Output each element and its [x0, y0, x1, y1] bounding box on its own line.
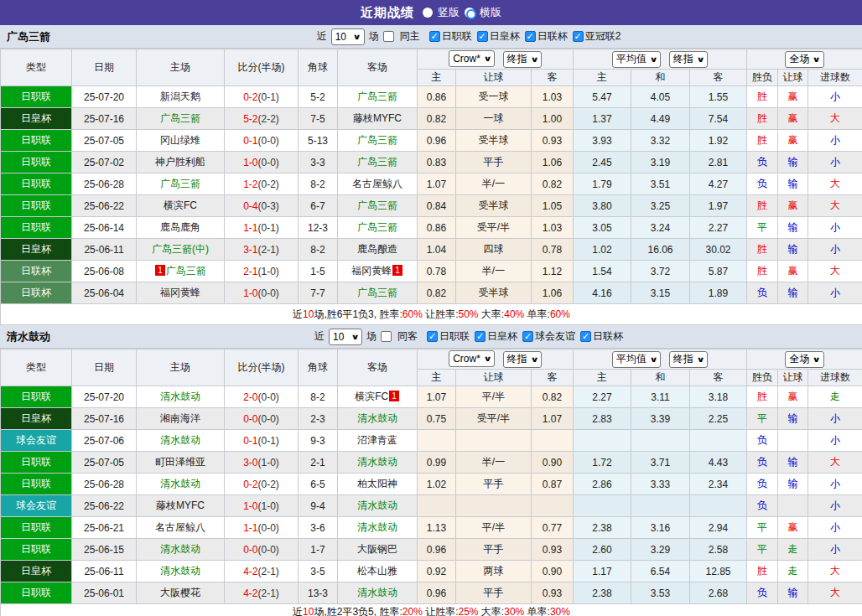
match-type-badge: 日职联	[1, 130, 72, 152]
league-checkbox[interactable]: ✓	[522, 331, 533, 342]
home-team[interactable]: 藤枝MYFC	[156, 500, 205, 511]
chevron-down-icon: ∨	[483, 355, 491, 363]
away-team[interactable]: 广岛三箭	[357, 221, 397, 233]
away-team[interactable]: 广岛三箭	[357, 134, 397, 146]
average-final-select[interactable]: 终指∨	[669, 351, 708, 368]
avg-away-odds: 2.68	[690, 582, 747, 604]
handicap-line: 半/一	[456, 261, 532, 282]
radio-horizontal-layout[interactable]	[465, 8, 475, 18]
scope-select[interactable]: 全场∨	[785, 51, 823, 68]
away-team[interactable]: 鹿岛酿造	[357, 243, 397, 255]
team-name: 清水鼓动	[7, 329, 50, 344]
away-team[interactable]: 大阪钢巴	[357, 543, 397, 555]
half-time-score: (1-0)	[258, 457, 279, 468]
handicap-home-odds: 0.84	[418, 195, 456, 217]
away-team[interactable]: 清水鼓动	[357, 412, 397, 424]
home-team[interactable]: 新潟天鹅	[160, 91, 200, 102]
away-team[interactable]: 清水鼓动	[357, 521, 397, 533]
home-team[interactable]: 福冈黄蜂	[160, 287, 200, 298]
table-row: 日职联 25-07-05 町田泽维亚 3-0(1-0) 2-1 清水鼓动 0.9…	[1, 452, 862, 474]
handicap-line: 平/半	[456, 517, 532, 539]
table-row: 日职联 25-06-28 广岛三箭 1-2(0-2) 8-2 名古屋鲸八 1.0…	[1, 173, 862, 195]
table-row: 日皇杯 25-07-16 广岛三箭 5-2(2-2) 7-5 藤枝MYFC 0.…	[1, 108, 862, 130]
away-team[interactable]: 清水鼓动	[357, 587, 397, 598]
league-checkbox[interactable]: ✓	[477, 31, 488, 42]
league-checkbox[interactable]: ✓	[525, 31, 536, 42]
column-header-goals: 进球数	[808, 70, 862, 86]
handicap-line: 平手	[456, 539, 532, 561]
table-row: 日职联 25-07-20 清水鼓动 2-0(0-0) 8-2 横滨FC1 1.0…	[1, 386, 862, 408]
handicap-home-odds: 0.96	[418, 130, 456, 152]
column-header-handicap-line: 让球	[456, 70, 532, 86]
home-team[interactable]: 清水鼓动	[160, 478, 200, 489]
league-checkbox[interactable]: ✓	[475, 331, 486, 342]
home-team[interactable]: 广岛三箭(中)	[152, 243, 209, 255]
away-team[interactable]: 横滨FC	[355, 391, 388, 402]
matches-table-hiroshima: 类型 日期 主场 比分(半场) 角球 客场 Crow*∨ 终指∨ 平均值∨ 终指…	[0, 49, 862, 325]
away-team[interactable]: 松本山雅	[357, 565, 397, 577]
home-team[interactable]: 广岛三箭	[160, 112, 200, 124]
odds-final-select[interactable]: 终指∨	[503, 51, 542, 68]
column-header-handicap-result: 让球	[778, 70, 808, 86]
home-team[interactable]: 大阪樱花	[160, 587, 200, 598]
half-time-score: (0-0)	[258, 391, 279, 403]
home-team[interactable]: 湘南海洋	[160, 412, 200, 424]
scope-select[interactable]: 全场∨	[785, 351, 823, 368]
full-time-score: 1-1	[243, 222, 257, 234]
away-team[interactable]: 清水鼓动	[357, 500, 397, 511]
home-team[interactable]: 神户胜利船	[155, 156, 205, 168]
handicap-result: 赢	[778, 195, 808, 217]
page-title: 近期战绩	[361, 5, 414, 21]
average-select[interactable]: 平均值∨	[612, 51, 661, 68]
league-checkbox[interactable]: ✓	[573, 31, 584, 42]
away-team[interactable]: 广岛三箭	[357, 91, 397, 102]
same-home-checkbox[interactable]	[383, 31, 394, 42]
match-type-badge: 球会友谊	[1, 430, 72, 452]
league-checkbox[interactable]: ✓	[427, 331, 438, 342]
match-date: 25-07-06	[72, 430, 137, 452]
home-team[interactable]: 鹿岛鹿角	[160, 221, 200, 233]
away-team[interactable]: 广岛三箭	[357, 156, 397, 168]
odds-final-select[interactable]: 终指∨	[503, 351, 542, 368]
home-team[interactable]: 清水鼓动	[160, 391, 200, 402]
away-team[interactable]: 广岛三箭	[357, 199, 397, 211]
league-checkbox[interactable]: ✓	[580, 331, 591, 342]
away-team-cell: 广岛三箭	[338, 152, 418, 173]
home-team[interactable]: 冈山绿雉	[160, 134, 200, 146]
average-final-select[interactable]: 终指∨	[669, 51, 708, 68]
full-time-score: 3-1	[243, 244, 257, 256]
league-checkbox[interactable]: ✓	[429, 31, 440, 42]
home-team[interactable]: 名古屋鲸八	[155, 521, 205, 533]
games-count-select[interactable]: 10∨	[331, 28, 365, 45]
score-cell: 2-1(1-0)	[225, 261, 299, 282]
away-team[interactable]: 广岛三箭	[357, 287, 397, 298]
radio-vertical-layout[interactable]	[423, 8, 433, 18]
home-team[interactable]: 广岛三箭	[166, 265, 206, 277]
away-team[interactable]: 清水鼓动	[357, 456, 397, 468]
away-team[interactable]: 名古屋鲸八	[352, 178, 402, 189]
chevron-down-icon: ∨	[530, 355, 538, 364]
home-team[interactable]: 町田泽维亚	[155, 456, 205, 468]
home-team[interactable]: 横滨FC	[164, 199, 197, 211]
win-lose-result: 平	[747, 539, 778, 561]
avg-home-odds: 2.45	[574, 152, 631, 173]
handicap-away-odds: 0.93	[532, 582, 574, 604]
away-team[interactable]: 沼津青蓝	[357, 434, 397, 446]
odds-source-select[interactable]: Crow*∨	[449, 350, 495, 367]
league-checkbox-label: 日职联	[439, 329, 470, 344]
away-team[interactable]: 柏太阳神	[357, 478, 397, 489]
match-date: 25-06-11	[72, 561, 137, 582]
odds-final-value: 终指	[507, 352, 527, 366]
avg-away-odds: 1.97	[690, 195, 747, 217]
home-team[interactable]: 清水鼓动	[160, 565, 200, 577]
match-type-badge: 日职联	[1, 474, 72, 495]
away-team[interactable]: 藤枝MYFC	[353, 112, 402, 124]
average-select[interactable]: 平均值∨	[612, 351, 661, 368]
games-count-select[interactable]: 10∨	[329, 329, 362, 345]
home-team[interactable]: 清水鼓动	[160, 543, 200, 555]
home-team[interactable]: 清水鼓动	[160, 434, 200, 446]
odds-source-select[interactable]: Crow*∨	[449, 50, 495, 67]
same-away-checkbox[interactable]	[381, 331, 392, 342]
away-team[interactable]: 福冈黄蜂	[351, 265, 392, 277]
home-team[interactable]: 广岛三箭	[160, 178, 200, 189]
